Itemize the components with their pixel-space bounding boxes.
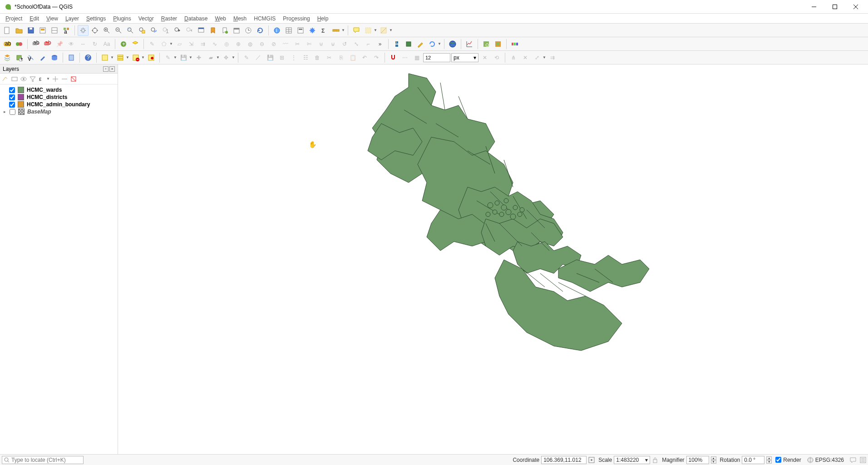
menu-web[interactable]: Web (211, 15, 229, 23)
layer-expression-icon[interactable]: ε (38, 75, 45, 83)
zoom-to-selection-icon[interactable] (137, 25, 148, 36)
snapping-icon[interactable] (388, 52, 399, 63)
layer-row-basemap[interactable]: ▸ BaseMap (3, 108, 115, 115)
edit-offset-icon[interactable]: ⇉ (197, 39, 208, 49)
snapping-options-icon[interactable]: ⋯ (399, 52, 410, 63)
redo-icon[interactable]: ↷ (371, 52, 382, 63)
layer-style-icon[interactable] (2, 75, 9, 83)
close-button[interactable] (845, 0, 866, 14)
pan-to-selection-icon[interactable] (89, 25, 100, 36)
field-calculator-icon[interactable] (295, 25, 306, 36)
modify-attrs-icon[interactable]: ☷ (300, 52, 311, 63)
menu-view[interactable]: View (43, 15, 62, 23)
layer-checkbox-districts[interactable] (9, 94, 15, 100)
edit-addpart-icon[interactable]: ⊕ (233, 39, 244, 49)
panel-close-button[interactable]: × (109, 66, 115, 72)
delete-selected-icon[interactable]: 🗑 (312, 52, 323, 63)
zoom-next-icon[interactable] (184, 25, 195, 36)
edit-splitparts-icon[interactable]: ✄ (304, 39, 315, 49)
show-bookmarks-icon[interactable] (219, 25, 230, 36)
save-layer-icon[interactable]: 💾 (265, 52, 276, 63)
layer-label-icon[interactable]: abc (2, 39, 13, 49)
menu-help[interactable]: Help (314, 15, 332, 23)
lock-scale-icon[interactable] (652, 457, 658, 463)
map-canvas[interactable]: ✋ (118, 64, 868, 454)
new-bookmark-icon[interactable] (207, 25, 218, 36)
color-scheme-icon[interactable] (509, 39, 520, 49)
layer-row-wards[interactable]: HCMC_wards (3, 86, 115, 94)
snap-self-icon[interactable]: ⟲ (491, 52, 502, 63)
label-move2-icon[interactable]: ↔ (78, 39, 89, 49)
new-geopackage-icon[interactable] (130, 39, 141, 49)
add-record-icon[interactable]: ⊞ (276, 52, 287, 63)
menu-vector[interactable]: Vector (135, 15, 158, 23)
toggle-edit2-icon[interactable]: ／ (253, 52, 264, 63)
snapping-unit-combo[interactable]: px▾ (451, 53, 478, 62)
help-contents-icon[interactable]: ? (83, 52, 94, 63)
refresh-icon[interactable] (255, 25, 266, 36)
label-pin-icon[interactable]: 📌 (54, 39, 65, 49)
scale-feature-icon[interactable]: ⤢ (532, 52, 542, 63)
label-highlight-icon[interactable]: abc (42, 39, 53, 49)
python-console-icon[interactable] (391, 39, 402, 49)
menu-raster[interactable]: Raster (158, 15, 181, 23)
menu-plugins[interactable]: Plugins (109, 15, 134, 23)
new-geopackage-layer-icon[interactable]: + (14, 52, 25, 63)
edit-fillring-icon[interactable]: ◍ (245, 39, 256, 49)
maximize-button[interactable] (824, 0, 845, 14)
edit-simplify-icon[interactable]: ∿ (209, 39, 220, 49)
map-tips-icon[interactable] (351, 25, 362, 36)
magnifier-spinner[interactable]: ▲▼ (711, 456, 716, 464)
zoom-native-icon[interactable]: 1:1 (160, 25, 171, 36)
layer-remove-icon[interactable] (70, 75, 77, 83)
attributes-table-icon[interactable] (283, 25, 294, 36)
zoom-out-icon[interactable] (113, 25, 124, 36)
osm-search-icon[interactable] (481, 39, 492, 49)
coordinate-value[interactable]: 106.369,11.012 (541, 456, 587, 464)
menu-edit[interactable]: Edit (26, 15, 43, 23)
menu-project[interactable]: Project (2, 15, 26, 23)
magnifier-value[interactable]: 100% (686, 456, 709, 464)
layer-row-admin[interactable]: HCMC_admin_boundary (3, 101, 115, 108)
measure-dropdown-icon[interactable]: ▼ (341, 28, 345, 32)
edit-merge-icon[interactable]: ⊎ (316, 39, 326, 49)
undo-icon[interactable]: ↶ (359, 52, 370, 63)
edit-addring-icon[interactable]: ◎ (221, 39, 232, 49)
new-print-layout-icon[interactable] (37, 25, 48, 36)
pan-map-icon[interactable] (78, 25, 89, 36)
add-polygon-icon[interactable]: ▰ (205, 52, 216, 63)
layer-filter-icon[interactable] (29, 75, 36, 83)
menu-database[interactable]: Database (181, 15, 211, 23)
select-all-icon[interactable] (115, 52, 126, 63)
layer-add-group-icon[interactable] (11, 75, 18, 83)
copy-move-icon[interactable]: ⇉ (547, 52, 558, 63)
crs-button[interactable]: EPSG:4326 (805, 456, 846, 464)
temporal-controller-icon[interactable] (231, 25, 242, 36)
edit-move-icon[interactable]: ⇲ (186, 39, 197, 49)
menu-processing[interactable]: Processing (279, 15, 313, 23)
temporal-nav-icon[interactable] (243, 25, 254, 36)
osm-download-icon[interactable] (493, 39, 503, 49)
zoom-to-layer-icon[interactable] (148, 25, 159, 36)
snapping-tolerance-input[interactable] (423, 53, 450, 62)
globe-icon[interactable] (447, 39, 458, 49)
edit-add-poly-icon[interactable]: ▱ (174, 39, 185, 49)
edit-reshape-icon[interactable]: 〰 (280, 39, 291, 49)
snap-intersection-icon[interactable]: ✕ (479, 52, 490, 63)
new-spatialite-layer-icon[interactable] (37, 52, 48, 63)
tree-toggle-icon[interactable]: ▸ (4, 109, 6, 114)
edit-mergeattr-icon[interactable]: ⊍ (327, 39, 338, 49)
open-project-icon[interactable] (14, 25, 25, 36)
layer-expand-icon[interactable] (52, 75, 59, 83)
style-manager-icon[interactable]: a (61, 25, 72, 36)
edit-delpart-icon[interactable]: ⊘ (268, 39, 279, 49)
plugin-edit-icon[interactable] (415, 39, 426, 49)
messages-icon[interactable] (850, 457, 856, 463)
log-icon[interactable] (860, 457, 866, 463)
layer-checkbox-basemap[interactable] (10, 109, 15, 115)
label-rotate-icon[interactable]: ↻ (89, 39, 100, 49)
label-show-icon[interactable]: 👁 (66, 39, 77, 49)
add-feature-icon[interactable]: ✚ (193, 52, 204, 63)
new-map-view-icon[interactable] (196, 25, 207, 36)
menu-mesh[interactable]: Mesh (230, 15, 250, 23)
